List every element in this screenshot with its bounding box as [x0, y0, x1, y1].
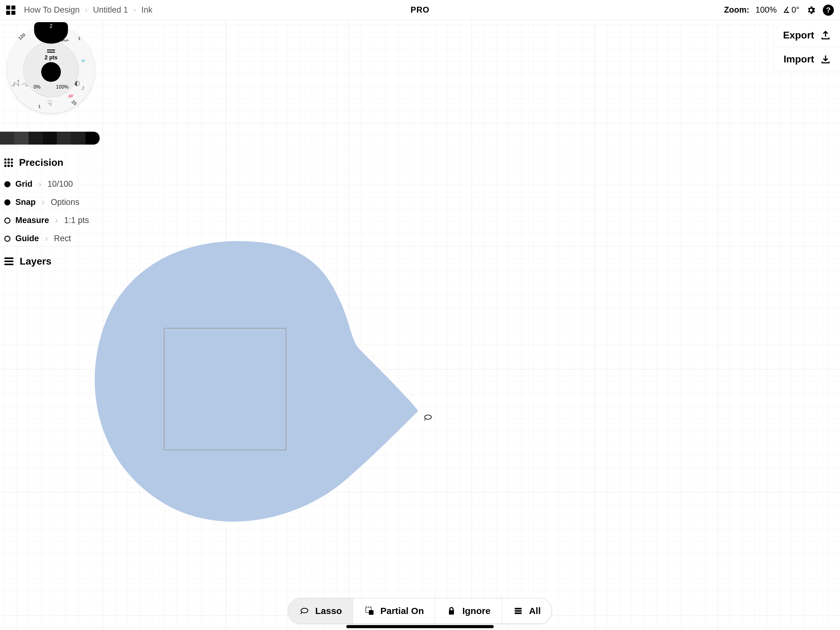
canvas[interactable] — [0, 20, 840, 630]
svg-rect-5 — [515, 610, 522, 612]
pro-badge: PRO — [411, 5, 429, 15]
zoom-label: Zoom: — [724, 5, 749, 15]
size-lines-icon — [47, 49, 55, 52]
export-button[interactable]: Export — [774, 24, 840, 47]
palette-swatch-active[interactable] — [28, 131, 43, 144]
undo-icon[interactable]: ↶ — [11, 81, 22, 89]
angle-icon: ∡ — [783, 5, 790, 15]
help-icon[interactable]: ? — [823, 5, 834, 16]
precision-row-snap[interactable]: Snap › Options — [4, 193, 99, 211]
ignore-mode-button[interactable]: Ignore — [435, 598, 502, 624]
breadcrumb-item[interactable]: Ink — [141, 5, 153, 15]
breadcrumb: How To Design › Untitled 1 › Ink — [24, 5, 153, 15]
chevron-right-icon: › — [55, 216, 58, 225]
selection-toolbar: Lasso Partial On Ignore All — [288, 598, 552, 624]
svg-point-1 — [301, 608, 308, 613]
wheel-center[interactable]: 2 pts 0% 100% — [24, 42, 79, 97]
side-panel: Precision Grid › 10/100 Snap › Options M… — [4, 152, 99, 274]
svg-rect-6 — [515, 613, 522, 614]
angle-value[interactable]: 0° — [791, 5, 799, 15]
chevron-right-icon: › — [39, 179, 41, 189]
tool-wheel[interactable]: 2 120 1 1 20 〰 ❝ ♪ ▰ ☟ ᎓ᛨ ◐ ↶ ↷ 2 pts 0%… — [5, 24, 97, 116]
chevron-right-icon: › — [45, 234, 48, 243]
gear-icon[interactable] — [805, 5, 816, 16]
chevron-right-icon: › — [42, 198, 44, 207]
top-bar: How To Design › Untitled 1 › Ink PRO Zoo… — [0, 0, 840, 20]
toggle-on-icon[interactable] — [4, 199, 11, 206]
home-indicator — [346, 625, 494, 628]
wheel-scale-label: 1 — [78, 36, 81, 41]
all-mode-button[interactable]: All — [502, 598, 552, 624]
lasso-mode-button[interactable]: Lasso — [288, 598, 353, 624]
toggle-on-icon[interactable] — [4, 181, 11, 187]
hand-tool-icon[interactable]: ☟ — [44, 98, 55, 109]
chevron-right-icon: › — [134, 6, 136, 14]
toggle-off-icon[interactable] — [4, 236, 11, 242]
brush-size-badge: 2 — [50, 24, 52, 28]
palette-swatch[interactable] — [14, 131, 28, 144]
chevron-right-icon: › — [85, 6, 87, 14]
precision-header[interactable]: Precision — [4, 157, 99, 168]
lasso-cursor-icon — [424, 414, 432, 421]
partial-select-icon — [364, 606, 375, 616]
partial-mode-button[interactable]: Partial On — [353, 598, 435, 624]
color-palette[interactable] — [0, 131, 99, 144]
grid-dots-icon — [4, 158, 13, 167]
palette-swatch[interactable] — [57, 131, 71, 144]
precision-row-guide[interactable]: Guide › Rect — [4, 230, 99, 248]
palette-swatch-active[interactable] — [71, 131, 85, 144]
precision-row-grid[interactable]: Grid › 10/100 — [4, 175, 99, 193]
color-swatch[interactable] — [41, 62, 61, 82]
layers-header[interactable]: Layers — [4, 256, 99, 267]
layers-icon — [4, 258, 14, 265]
export-icon — [820, 30, 831, 41]
wheel-scale-label: 1 — [38, 104, 41, 109]
palette-swatch[interactable] — [43, 131, 57, 144]
breadcrumb-item[interactable]: Untitled 1 — [93, 5, 128, 15]
apps-grid-icon[interactable] — [6, 6, 15, 15]
import-button[interactable]: Import — [774, 47, 840, 71]
precision-title: Precision — [19, 157, 63, 168]
breadcrumb-item[interactable]: How To Design — [24, 5, 80, 15]
layers-title: Layers — [20, 256, 51, 267]
lasso-icon — [299, 606, 309, 616]
svg-rect-3 — [369, 610, 373, 615]
brush-tool-icon[interactable]: ❝ — [77, 57, 88, 68]
palette-swatch[interactable] — [0, 131, 14, 144]
io-buttons: Export Import — [774, 24, 840, 71]
svg-point-0 — [425, 415, 431, 419]
precision-row-measure[interactable]: Measure › 1:1 pts — [4, 211, 99, 230]
import-icon — [820, 54, 831, 65]
layers-stack-icon — [513, 606, 523, 616]
svg-rect-4 — [515, 608, 522, 609]
opacity-range: 0% 100% — [33, 84, 69, 90]
palette-swatch[interactable] — [85, 131, 99, 144]
zoom-value[interactable]: 100% — [755, 5, 777, 15]
brush-size-label: 2 pts — [44, 54, 57, 61]
lock-icon — [447, 606, 457, 616]
toggle-off-icon[interactable] — [4, 217, 11, 224]
selection-rect — [164, 328, 286, 450]
